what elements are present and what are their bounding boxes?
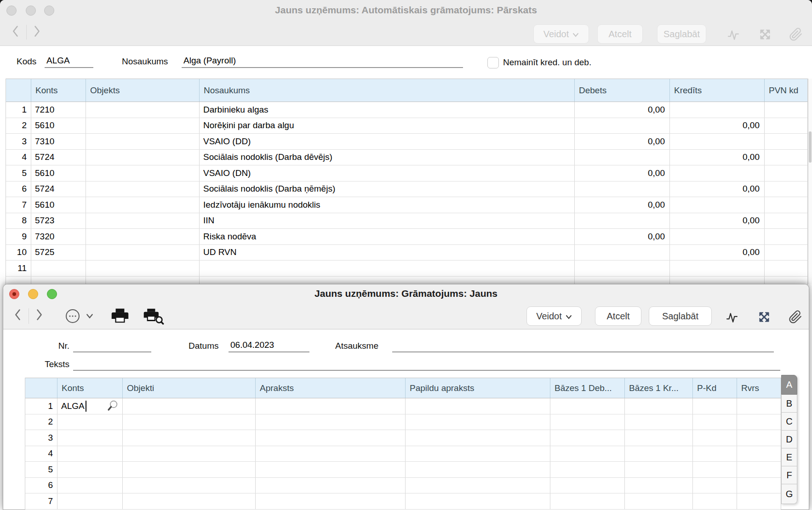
cell-objekts[interactable] [86,134,200,149]
cell-p-kd[interactable] [693,446,737,462]
cell-debets[interactable]: 0,00 [575,102,670,118]
cell-pvn-kd[interactable] [765,261,808,276]
cell-objekti[interactable] [123,430,256,446]
row-number-cell[interactable]: 4 [25,446,57,462]
cell-nosaukums[interactable]: Sociālais nodoklis (Darba ņēmējs) [200,181,575,197]
expand-arrows-icon[interactable] [759,28,772,41]
cell-objekti[interactable] [123,414,256,430]
cell-objekti[interactable] [123,478,256,493]
cell-bazes-1-deb[interactable] [550,430,625,446]
cell-konts[interactable] [31,261,86,276]
cell-bazes-1-kr[interactable] [625,493,693,509]
cell-p-kd[interactable] [693,414,737,430]
cell-kredits[interactable] [670,261,765,276]
veidot-button[interactable]: Veidot [533,24,589,44]
cell-pvn-kd[interactable] [765,150,808,165]
cell-pvn-kd[interactable] [765,197,808,213]
row-number-cell[interactable]: 1 [6,102,31,118]
kods-field[interactable]: ALGA [45,53,93,68]
cell-apraksts[interactable] [256,478,406,493]
cell-pvn-kd[interactable] [765,213,808,229]
row-number-cell[interactable]: 6 [25,478,57,493]
cell-konts[interactable]: 7320 [31,229,86,244]
cell-objekts[interactable] [86,245,200,261]
cell-konts[interactable]: 5724 [31,150,86,165]
cell-bazes-1-kr[interactable] [625,430,693,446]
nr-field[interactable] [73,338,151,352]
cell-nosaukums[interactable]: VSAIO (DD) [200,134,575,149]
row-number-cell[interactable]: 11 [6,261,31,276]
cell-p-kd[interactable] [693,493,737,509]
cell-konts[interactable]: 5723 [31,213,86,229]
cell-apraksts[interactable] [256,398,406,414]
cell-debets[interactable] [575,150,670,165]
cell-kredits[interactable]: 0,00 [670,118,765,134]
cell-p-kd[interactable] [693,398,737,414]
row-number-cell[interactable]: 7 [6,197,31,213]
cell-rvrs[interactable] [737,430,781,446]
cell-debets[interactable] [575,181,670,197]
cell-nosaukums[interactable]: Darbinieku algas [200,102,575,118]
row-number-cell[interactable]: 3 [6,134,31,149]
cell-kredits[interactable]: 0,00 [670,245,765,261]
cell-rvrs[interactable] [737,478,781,493]
cell-apraksts[interactable] [256,462,406,477]
cell-papildu-apraksts[interactable] [406,414,550,430]
cell-nosaukums[interactable]: Sociālais nodoklis (Darba dēvējs) [200,150,575,165]
row-number-cell[interactable]: 3 [25,430,57,446]
cell-kredits[interactable] [670,229,765,244]
cell-konts[interactable] [57,462,123,477]
cell-p-kd[interactable] [693,478,737,493]
cell-konts[interactable]: 7310 [31,134,86,149]
cell-konts[interactable]: 5725 [31,245,86,261]
cell-konts[interactable]: ALGA [57,398,123,414]
printer-magnifier-icon[interactable] [143,307,164,325]
cell-p-kd[interactable] [693,462,737,477]
cell-papildu-apraksts[interactable] [406,430,550,446]
row-number-cell[interactable]: 7 [25,493,57,509]
flip-tab-a[interactable]: A [781,375,797,395]
flip-tab-c[interactable]: C [781,413,797,431]
row-number-cell[interactable]: 2 [25,414,57,430]
cell-pvn-kd[interactable] [765,102,808,118]
cell-rvrs[interactable] [737,398,781,414]
cell-objekts[interactable] [86,102,200,118]
cell-konts[interactable] [57,478,123,493]
circled-ellipsis-icon[interactable] [65,308,80,324]
vertical-scrollbar[interactable] [808,79,812,284]
pulse-line-icon[interactable] [726,28,740,42]
cell-konts[interactable]: 5610 [31,165,86,181]
cell-rvrs[interactable] [737,414,781,430]
row-number-cell[interactable]: 9 [6,229,31,244]
cell-konts[interactable] [57,414,123,430]
veidot-button[interactable]: Veidot [526,306,582,326]
cell-pvn-kd[interactable] [765,165,808,181]
teksts-field[interactable] [73,356,780,371]
cell-kredits[interactable] [670,197,765,213]
atcelt-button[interactable]: Atcelt [595,306,641,326]
forward-button[interactable] [29,24,45,40]
cell-debets[interactable]: 0,00 [575,229,670,244]
cell-nosaukums[interactable]: UD RVN [200,245,575,261]
cell-objekts[interactable] [86,229,200,244]
cell-bazes-1-kr[interactable] [625,414,693,430]
cell-objekti[interactable] [123,398,256,414]
cell-debets[interactable]: 0,00 [575,165,670,181]
cell-bazes-1-deb[interactable] [550,446,625,462]
cell-apraksts[interactable] [256,446,406,462]
cell-objekti[interactable] [123,462,256,477]
cell-nosaukums[interactable]: IIN [200,213,575,229]
cell-bazes-1-deb[interactable] [550,478,625,493]
cell-papildu-apraksts[interactable] [406,446,550,462]
cell-apraksts[interactable] [256,493,406,509]
cell-objekts[interactable] [86,118,200,134]
cell-kredits[interactable] [670,134,765,149]
cell-konts[interactable] [57,446,123,462]
cell-apraksts[interactable] [256,414,406,430]
cell-bazes-1-kr[interactable] [625,462,693,477]
cell-kredits[interactable] [670,165,765,181]
chevron-down-icon[interactable] [86,313,93,319]
cell-konts[interactable]: 5610 [31,197,86,213]
cell-nosaukums[interactable]: Iedzīvotāju ienākumu nodoklis [200,197,575,213]
atcelt-button[interactable]: Atcelt [597,24,643,44]
